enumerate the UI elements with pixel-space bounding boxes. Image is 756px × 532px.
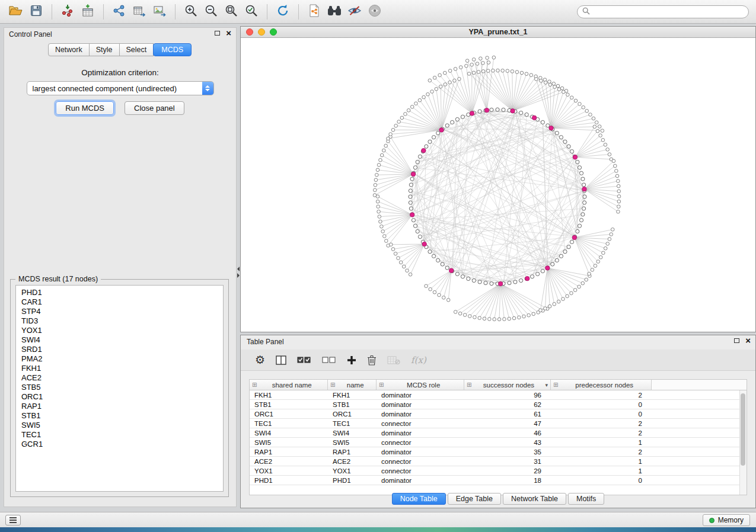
add-icon[interactable] [347,355,356,365]
import-network-button[interactable] [58,3,78,21]
export-network-icon [113,4,126,20]
list-item[interactable]: PMA2 [16,354,223,364]
table-row[interactable]: ACE2ACE2connector311 [250,457,747,466]
cell: 2 [551,419,652,428]
close-panel-button[interactable]: × [226,30,231,36]
tab-style[interactable]: Style [89,43,120,56]
import-table-button[interactable] [78,3,98,21]
list-item[interactable]: SWI4 [16,335,223,345]
cell: ORC1 [328,409,377,418]
export-network-button[interactable] [109,3,129,21]
table-panel-title: Table Panel [247,338,284,346]
tab-motifs[interactable]: Motifs [568,493,604,505]
table-row[interactable]: STB1STB1dominator620 [250,400,747,409]
list-item[interactable]: FKH1 [16,364,223,373]
tab-node-table[interactable]: Node Table [392,493,446,505]
toolbar-separator [298,4,299,20]
cell: dominator [377,400,464,409]
show-all-button[interactable] [365,3,385,21]
trash-icon[interactable] [367,355,377,366]
list-item[interactable]: TID3 [16,316,223,326]
list-item[interactable]: RAP1 [16,402,223,411]
list-item[interactable]: GCR1 [16,440,223,449]
zoom-selected-button[interactable] [241,3,261,21]
column-header-MCDS-role[interactable]: ⊞MCDS role [377,380,464,390]
save-button[interactable] [26,3,46,21]
table-row[interactable]: SWI4SWI4dominator462 [250,428,747,438]
refresh-button[interactable] [273,3,293,21]
cell: dominator [377,476,464,485]
scrollbar-thumb[interactable] [741,393,745,466]
search-input[interactable] [593,8,744,16]
tab-edge-table[interactable]: Edge Table [448,493,501,505]
cell: dominator [377,390,464,399]
column-type-icon: ⊞ [553,382,558,388]
list-item[interactable]: TEC1 [16,430,223,440]
list-item[interactable]: SRD1 [16,345,223,354]
deselect-all-icon[interactable] [322,356,336,364]
tab-network[interactable]: Network [48,43,90,56]
memory-button[interactable]: Memory [703,514,750,526]
list-item[interactable]: YOX1 [16,326,223,335]
columns-icon[interactable] [276,355,286,365]
gear-icon[interactable]: ⚙ [255,354,265,366]
criterion-dropdown[interactable]: largest connected component (undirected) [27,81,214,95]
document-share-button[interactable] [304,3,324,21]
export-table-button[interactable] [129,3,149,21]
zoom-in-button[interactable] [181,3,201,21]
network-view-window: YPA_prune.txt_1 [240,26,756,332]
clear-table-icon [387,355,400,365]
list-item[interactable]: SWI5 [16,421,223,430]
binoculars-button[interactable] [324,3,344,21]
hide-selected-button[interactable] [344,3,365,21]
cell: 62 [464,400,551,409]
table-row[interactable]: ORC1ORC1dominator610 [250,409,747,419]
run-mcds-button[interactable]: Run MCDS [56,101,114,115]
open-folder-button[interactable] [6,3,26,21]
mcds-result-list[interactable]: PHD1CAR1STP4TID3YOX1SWI4SRD1PMA2FKH1ACE2… [15,285,224,492]
cell: RAP1 [328,447,377,456]
search-field[interactable] [577,5,749,18]
list-item[interactable]: STP4 [16,307,223,316]
table-row[interactable]: TEC1TEC1connector472 [250,419,747,428]
tab-network-table[interactable]: Network Table [503,493,566,505]
cell-filler [652,466,747,475]
cell-filler [652,447,747,456]
table-row[interactable]: FKH1FKH1dominator962 [250,390,747,400]
tab-select[interactable]: Select [119,43,154,56]
network-canvas[interactable] [241,38,755,332]
list-item[interactable]: ORC1 [16,392,223,402]
cell: 47 [464,419,551,428]
float-table-panel-button[interactable] [734,338,739,343]
table-row[interactable]: PHD1PHD1dominator180 [250,476,747,485]
zoom-fit-button[interactable] [221,3,241,21]
zoom-out-button[interactable] [201,3,221,21]
select-all-icon[interactable] [297,356,311,364]
column-type-icon: ⊞ [467,382,471,388]
tab-mcds[interactable]: MCDS [153,43,192,56]
list-item[interactable]: CAR1 [16,297,223,307]
close-table-panel-button[interactable]: × [745,338,751,344]
column-header-shared-name[interactable]: ⊞shared name [250,380,328,390]
column-header-name[interactable]: ⊞name [328,380,377,390]
column-header-successor-nodes[interactable]: ⊞successor nodes▾ [464,380,551,390]
list-item[interactable]: STB5 [16,383,223,392]
export-image-button[interactable] [149,3,170,21]
column-header-predecessor-nodes[interactable]: ⊞predecessor nodes [551,380,652,390]
list-item[interactable]: ACE2 [16,373,223,383]
table-vertical-scrollbar[interactable] [739,390,747,495]
cell: ACE2 [250,457,328,466]
import-network-icon [61,4,74,20]
list-item[interactable]: STB1 [16,411,223,421]
network-window-titlebar[interactable]: YPA_prune.txt_1 [241,27,755,38]
cell-filler [652,428,747,437]
table-row[interactable]: RAP1RAP1dominator352 [250,447,747,457]
table-row[interactable]: YOX1YOX1connector291 [250,466,747,476]
cell: 2 [551,428,652,437]
close-panel-action-button[interactable]: Close panel [125,101,184,115]
cell-filler [652,438,747,447]
float-panel-button[interactable] [215,31,220,36]
list-item[interactable]: PHD1 [16,288,223,297]
table-row[interactable]: SWI5SWI5connector431 [250,438,747,447]
task-history-button[interactable] [5,515,21,525]
